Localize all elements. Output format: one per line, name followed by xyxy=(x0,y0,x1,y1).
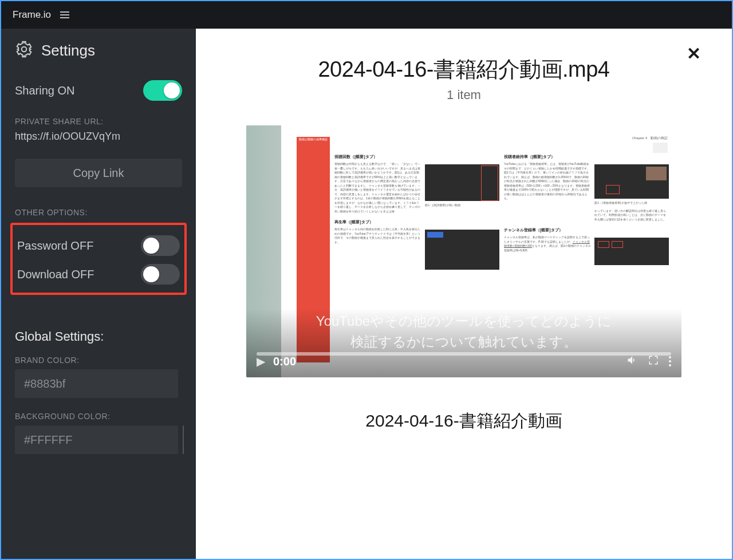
main-content: ✕ 2024-04-16-書籍紹介動画.mp4 1 item 動画公開後の成果検… xyxy=(196,29,732,559)
video-player[interactable]: 動画公開後の成果検証 Chapter 4 動画の検証 視聴回数（[概要]タブ） … xyxy=(246,125,681,377)
sharing-label: Sharing ON xyxy=(15,84,75,97)
body-text: チャンネル登録率は、私が動画マーケティングを説明する上で使ったオリジナルの言葉で… xyxy=(504,235,591,267)
close-icon[interactable]: ✕ xyxy=(687,44,701,64)
section-heading: チャンネル登録率（[概要]タブ） xyxy=(504,227,669,233)
brand-color-label: BRAND COLOR: xyxy=(15,356,182,365)
play-icon[interactable]: ▶ xyxy=(257,354,265,368)
bg-color-input[interactable] xyxy=(15,425,178,454)
chapter-icon xyxy=(653,143,668,153)
password-label: Password OFF xyxy=(17,239,93,253)
section-heading: 視聴者維持率（[概要]タブ） xyxy=(504,154,669,160)
download-label: Download OFF xyxy=(17,268,94,281)
body-text: 視聴回数は外部からも見える数字なので、「多い」「少ない」で一喜一憂しがちです。も… xyxy=(334,162,421,214)
settings-title: Settings xyxy=(41,42,95,60)
global-settings-title: Global Settings: xyxy=(15,329,182,344)
share-url-label: PRIVATE SHARE URL: xyxy=(15,117,182,126)
section-heading: 視聴回数（[概要]タブ） xyxy=(334,154,499,160)
password-toggle[interactable] xyxy=(141,235,180,256)
menu-icon[interactable] xyxy=(60,11,69,18)
settings-sidebar: Settings Sharing ON PRIVATE SHARE URL: h… xyxy=(1,29,196,559)
topbar: Frame.io xyxy=(1,1,732,29)
mini-chart xyxy=(425,164,499,201)
item-count: 1 item xyxy=(230,88,697,102)
caption-title: 2024-04-16-書籍紹介動画 xyxy=(230,409,697,433)
mini-chart xyxy=(425,230,499,270)
body-text: かっています。使い方の解説部分は何度も繰り返し見られていて。利用价値が高いことは… xyxy=(594,209,669,222)
brand-label: Frame.io xyxy=(13,9,51,21)
volume-icon[interactable] xyxy=(626,354,638,369)
file-title: 2024-04-16-書籍紹介動画.mp4 xyxy=(230,55,697,84)
gear-icon xyxy=(15,40,33,61)
section-heading: 再生率（[概要]タブ） xyxy=(334,219,499,225)
caption-text: 図1：[高評価率] が高い動画 xyxy=(425,203,499,208)
timecode: 0:00 xyxy=(273,355,296,368)
brand-color-input[interactable] xyxy=(15,369,178,398)
bg-color-label: BACKGROUND COLOR: xyxy=(15,412,182,421)
more-icon[interactable] xyxy=(669,356,671,366)
svg-point-0 xyxy=(22,47,27,52)
download-toggle[interactable] xyxy=(141,264,180,285)
fullscreen-icon[interactable] xyxy=(648,355,659,368)
body-text: YouTubeにおける「視聴者維持率」とは、視聴者がYouTube動画をその時間… xyxy=(504,162,591,222)
bg-color-swatch[interactable] xyxy=(183,425,184,454)
chapter-label: Chapter 4 動画の検証 xyxy=(632,136,668,141)
highlighted-options: Password OFF Download OFF xyxy=(10,223,187,295)
copy-link-button[interactable]: Copy Link xyxy=(15,159,182,187)
caption-text: 図1：[視聴者維持率] が途中で上がった例 xyxy=(594,201,669,206)
other-options-label: OTHER OPTIONS: xyxy=(15,208,182,217)
mini-chart xyxy=(594,164,669,199)
share-url: https://f.io/OOUZVqYm xyxy=(15,131,182,143)
body-text: 再生率はチャンネル内の動画を比較した時に人気・不人気を測るための指標です。You… xyxy=(334,227,421,272)
mini-chart xyxy=(594,238,669,265)
sharing-toggle[interactable] xyxy=(143,80,182,101)
